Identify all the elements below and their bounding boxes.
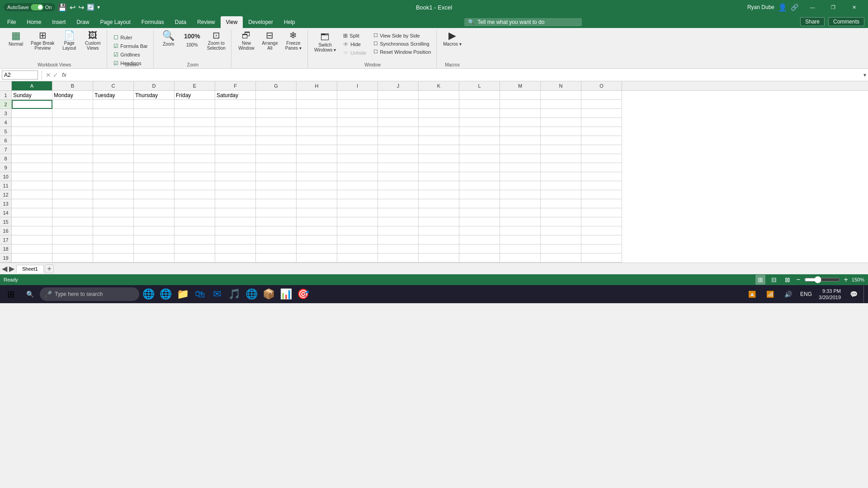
cell-O3[interactable] bbox=[581, 109, 622, 118]
cell-E2[interactable] bbox=[175, 100, 215, 109]
cell-D11[interactable] bbox=[134, 181, 175, 190]
taskbar-app-mail[interactable]: ✉ bbox=[209, 286, 225, 303]
ime-icon[interactable]: ENG bbox=[798, 286, 814, 303]
row-header-2[interactable]: 2 bbox=[0, 100, 11, 109]
cell-J16[interactable] bbox=[378, 226, 419, 235]
cell-H1[interactable] bbox=[297, 91, 337, 100]
cell-B3[interactable] bbox=[52, 109, 93, 118]
cell-J18[interactable] bbox=[378, 244, 419, 253]
row-header-11[interactable]: 11 bbox=[0, 181, 11, 190]
cell-G6[interactable] bbox=[256, 136, 297, 145]
cell-F9[interactable] bbox=[215, 163, 256, 172]
cell-M7[interactable] bbox=[500, 145, 541, 154]
cell-D6[interactable] bbox=[134, 136, 175, 145]
volume-icon[interactable]: 🔊 bbox=[780, 286, 796, 303]
col-header-A[interactable]: A bbox=[12, 81, 52, 90]
formula-bar-checkbox[interactable]: ☑ Formula Bar bbox=[111, 42, 151, 50]
cell-J17[interactable] bbox=[378, 235, 419, 244]
cell-J1[interactable] bbox=[378, 91, 419, 100]
cell-K17[interactable] bbox=[419, 235, 459, 244]
cell-C5[interactable] bbox=[93, 127, 134, 136]
cell-H6[interactable] bbox=[297, 136, 337, 145]
normal-view-status-button[interactable]: ⊞ bbox=[755, 275, 765, 285]
cell-K7[interactable] bbox=[419, 145, 459, 154]
row-header-15[interactable]: 15 bbox=[0, 217, 11, 226]
cell-L16[interactable] bbox=[459, 226, 500, 235]
cell-I19[interactable] bbox=[337, 253, 378, 263]
cell-F8[interactable] bbox=[215, 154, 256, 163]
cell-D12[interactable] bbox=[134, 190, 175, 199]
cell-A19[interactable] bbox=[12, 253, 52, 263]
cell-K18[interactable] bbox=[419, 244, 459, 253]
cell-H7[interactable] bbox=[297, 145, 337, 154]
cell-M6[interactable] bbox=[500, 136, 541, 145]
cell-K3[interactable] bbox=[419, 109, 459, 118]
cell-M14[interactable] bbox=[500, 208, 541, 217]
cell-M13[interactable] bbox=[500, 199, 541, 208]
desktop-button[interactable] bbox=[863, 286, 866, 303]
cell-G17[interactable] bbox=[256, 235, 297, 244]
cell-L3[interactable] bbox=[459, 109, 500, 118]
cell-F7[interactable] bbox=[215, 145, 256, 154]
cell-O7[interactable] bbox=[581, 145, 622, 154]
cell-I10[interactable] bbox=[337, 172, 378, 181]
cell-I17[interactable] bbox=[337, 235, 378, 244]
cell-I2[interactable] bbox=[337, 100, 378, 109]
taskbar-app-music[interactable]: 🎵 bbox=[226, 286, 242, 303]
custom-views-button[interactable]: 🖼 CustomViews bbox=[81, 30, 104, 52]
cell-L8[interactable] bbox=[459, 154, 500, 163]
cell-I13[interactable] bbox=[337, 199, 378, 208]
cell-L19[interactable] bbox=[459, 253, 500, 263]
comments-button[interactable]: Comments bbox=[828, 17, 864, 26]
cell-B5[interactable] bbox=[52, 127, 93, 136]
formula-expand-icon[interactable]: ▾ bbox=[863, 72, 866, 78]
cell-C12[interactable] bbox=[93, 190, 134, 199]
cell-N17[interactable] bbox=[541, 235, 581, 244]
row-header-10[interactable]: 10 bbox=[0, 172, 11, 181]
cell-N1[interactable] bbox=[541, 91, 581, 100]
cell-O14[interactable] bbox=[581, 208, 622, 217]
cell-L18[interactable] bbox=[459, 244, 500, 253]
cell-F6[interactable] bbox=[215, 136, 256, 145]
add-sheet-button[interactable]: + bbox=[45, 264, 54, 273]
cell-A7[interactable] bbox=[12, 145, 52, 154]
tab-home[interactable]: Home bbox=[21, 16, 47, 28]
freeze-panes-button[interactable]: ❄ FreezePanes ▾ bbox=[282, 30, 305, 52]
cell-M4[interactable] bbox=[500, 118, 541, 127]
cell-N3[interactable] bbox=[541, 109, 581, 118]
cell-L6[interactable] bbox=[459, 136, 500, 145]
fx-button[interactable]: fx bbox=[60, 71, 68, 78]
cell-G3[interactable] bbox=[256, 109, 297, 118]
cell-K19[interactable] bbox=[419, 253, 459, 263]
cell-G16[interactable] bbox=[256, 226, 297, 235]
cell-O19[interactable] bbox=[581, 253, 622, 263]
tab-data[interactable]: Data bbox=[170, 16, 192, 28]
row-header-16[interactable]: 16 bbox=[0, 226, 11, 235]
cell-O2[interactable] bbox=[581, 100, 622, 109]
cell-G15[interactable] bbox=[256, 217, 297, 226]
cell-I15[interactable] bbox=[337, 217, 378, 226]
cell-G19[interactable] bbox=[256, 253, 297, 263]
cell-H11[interactable] bbox=[297, 181, 337, 190]
cell-D1[interactable]: Thursday bbox=[134, 91, 175, 100]
cell-H3[interactable] bbox=[297, 109, 337, 118]
cell-B17[interactable] bbox=[52, 235, 93, 244]
cell-O16[interactable] bbox=[581, 226, 622, 235]
col-header-H[interactable]: H bbox=[297, 81, 337, 90]
cell-F16[interactable] bbox=[215, 226, 256, 235]
taskbar-app-other[interactable]: 🎯 bbox=[295, 286, 311, 303]
cell-E16[interactable] bbox=[175, 226, 215, 235]
cell-I12[interactable] bbox=[337, 190, 378, 199]
ribbon-search-box[interactable]: 🔍 Tell me what you want to do bbox=[464, 18, 582, 26]
hide-button[interactable]: 👁 Hide bbox=[340, 40, 369, 48]
cell-D13[interactable] bbox=[134, 199, 175, 208]
ruler-checkbox[interactable]: ☐ Ruler bbox=[111, 33, 151, 42]
zoom-button[interactable]: 🔍 Zoom bbox=[157, 30, 180, 47]
cell-E14[interactable] bbox=[175, 208, 215, 217]
col-header-E[interactable]: E bbox=[175, 81, 215, 90]
cell-A16[interactable] bbox=[12, 226, 52, 235]
cell-G2[interactable] bbox=[256, 100, 297, 109]
cell-E7[interactable] bbox=[175, 145, 215, 154]
cell-B19[interactable] bbox=[52, 253, 93, 263]
cell-C13[interactable] bbox=[93, 199, 134, 208]
